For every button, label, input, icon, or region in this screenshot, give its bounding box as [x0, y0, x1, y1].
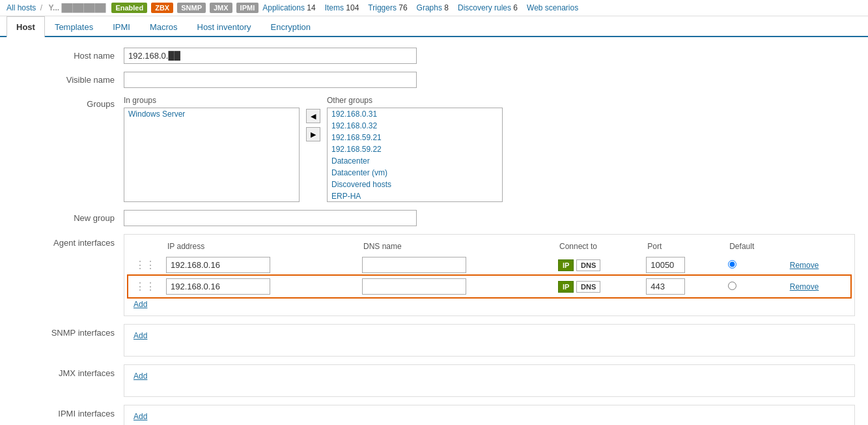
graphs-count: 8 — [444, 3, 449, 12]
badge-zbx[interactable]: ZBX — [151, 3, 173, 13]
jmx-interfaces-wrapper: JMX interfaces Add — [13, 364, 855, 397]
move-right-button[interactable]: ▶ — [306, 127, 320, 141]
new-group-label: New group — [13, 210, 124, 223]
other-group-item[interactable]: 192.168.59.22 — [328, 143, 502, 155]
connect-col-header: Connect to — [554, 239, 642, 254]
ip-input-1[interactable] — [166, 257, 270, 273]
new-group-input[interactable] — [124, 210, 417, 226]
drag-handle-icon[interactable]: ⋮⋮ — [132, 259, 158, 271]
ip-input-2[interactable] — [166, 278, 270, 295]
in-groups-box: In groups Windows Server — [124, 96, 300, 202]
groups-container: In groups Windows Server ◀ ▶ Other group… — [124, 96, 855, 202]
badge-snmp[interactable]: SNMP — [177, 3, 206, 13]
main-content: Host name Visible name Groups In groups … — [0, 37, 868, 425]
visible-name-input[interactable] — [124, 72, 417, 88]
port-input-2[interactable] — [646, 278, 685, 295]
badge-jmx[interactable]: JMX — [210, 3, 232, 13]
visible-name-control — [124, 72, 855, 88]
connect-ip-button-1[interactable]: IP — [558, 259, 574, 271]
ipmi-interfaces-wrapper: IPMI interfaces Add — [13, 405, 855, 425]
remove-cell-1: Remove — [786, 254, 850, 276]
host-name-row: Host name — [13, 48, 855, 64]
action-col-header — [786, 239, 850, 254]
agent-interfaces-content: IP address DNS name Connect to Port Defa… — [124, 234, 855, 316]
drag-handle-cell-2: ⋮⋮ — [128, 276, 162, 297]
tab-encryption[interactable]: Encryption — [261, 16, 320, 37]
other-group-item[interactable]: 192.168.59.21 — [328, 132, 502, 143]
nav-items[interactable]: Items 104 — [325, 3, 359, 12]
connect-cell-2: IP DNS — [554, 276, 642, 297]
all-hosts-link[interactable]: All hosts — [7, 3, 36, 12]
other-group-item[interactable]: Datacenter — [328, 155, 502, 167]
connect-ip-button-2[interactable]: IP — [558, 281, 574, 293]
jmx-interfaces-label: JMX interfaces — [13, 364, 124, 378]
default-radio-1[interactable] — [728, 260, 736, 269]
snmp-add-link[interactable]: Add — [128, 329, 152, 343]
remove-button-2[interactable]: Remove — [790, 282, 819, 291]
default-cell-1 — [724, 254, 786, 276]
ipmi-add-link[interactable]: Add — [128, 409, 152, 424]
nav-applications[interactable]: Applications 14 — [262, 3, 315, 12]
badge-ipmi[interactable]: IPMI — [236, 3, 259, 13]
nav-links: Applications 14 Items 104 Triggers 76 Gr… — [262, 3, 578, 12]
host-name-input[interactable] — [124, 48, 417, 64]
other-group-item[interactable]: Datacenter (vm) — [328, 167, 502, 179]
jmx-add-link[interactable]: Add — [128, 369, 152, 383]
applications-count: 14 — [307, 3, 315, 12]
port-cell-1 — [642, 254, 724, 276]
ip-cell-2 — [162, 276, 358, 297]
other-group-item[interactable]: 192.168.0.32 — [328, 120, 502, 132]
status-enabled-badge: Enabled — [111, 3, 147, 13]
breadcrumb-sep: / — [40, 3, 45, 12]
nav-triggers[interactable]: Triggers 76 — [368, 3, 407, 12]
snmp-interfaces-label: SNMP interfaces — [13, 324, 124, 338]
default-col-header: Default — [724, 239, 786, 254]
agent-add-link[interactable]: Add — [128, 297, 152, 312]
dns-col-header: DNS name — [358, 239, 554, 254]
other-groups-label: Other groups — [327, 96, 503, 105]
drag-handle-icon-2[interactable]: ⋮⋮ — [132, 281, 158, 292]
in-group-item[interactable]: Windows Server — [124, 108, 299, 120]
tab-host[interactable]: Host — [7, 16, 45, 37]
dns-input-2[interactable] — [362, 278, 466, 295]
connect-dns-button-1[interactable]: DNS — [576, 259, 600, 271]
triggers-count: 76 — [399, 3, 407, 12]
groups-label: Groups — [13, 96, 124, 109]
groups-row: Groups In groups Windows Server ◀ ▶ Othe… — [13, 96, 855, 202]
visible-name-row: Visible name — [13, 72, 855, 88]
visible-name-label: Visible name — [13, 72, 124, 85]
drag-col-header — [128, 239, 162, 254]
in-groups-listbox[interactable]: Windows Server — [124, 108, 300, 202]
breadcrumb: All hosts / Y... ████████ — [7, 3, 107, 12]
tab-ipmi[interactable]: IPMI — [103, 16, 140, 37]
move-left-button[interactable]: ◀ — [306, 109, 320, 123]
other-group-item[interactable]: Discovered hosts — [328, 179, 502, 190]
dns-input-1[interactable] — [362, 257, 466, 273]
groups-control: In groups Windows Server ◀ ▶ Other group… — [124, 96, 855, 202]
snmp-interfaces-wrapper: SNMP interfaces Add — [13, 324, 855, 357]
nav-web-scenarios[interactable]: Web scenarios — [527, 3, 578, 12]
agent-interface-row: ⋮⋮ IP DNS — [128, 254, 850, 276]
default-cell-2 — [724, 276, 786, 297]
nav-discovery-rules[interactable]: Discovery rules 6 — [458, 3, 518, 12]
agent-interfaces-wrapper: Agent interfaces IP address DNS name Con… — [13, 234, 855, 316]
other-group-item[interactable]: 192.168.0.31 — [328, 108, 502, 120]
port-cell-2 — [642, 276, 724, 297]
remove-button-1[interactable]: Remove — [790, 261, 819, 270]
tab-templates[interactable]: Templates — [45, 16, 103, 37]
other-group-item[interactable]: ERP-HA — [328, 190, 502, 202]
connect-dns-button-2[interactable]: DNS — [576, 281, 600, 293]
other-groups-listbox[interactable]: 192.168.0.31 192.168.0.32 192.168.59.21 … — [327, 108, 503, 202]
nav-graphs[interactable]: Graphs 8 — [417, 3, 449, 12]
jmx-interfaces-content: Add — [124, 364, 855, 397]
port-input-1[interactable] — [646, 257, 685, 273]
new-group-control — [124, 210, 855, 226]
tab-host-inventory[interactable]: Host inventory — [188, 16, 261, 37]
default-radio-2[interactable] — [728, 282, 736, 290]
jmx-interfaces-box: Add — [124, 364, 855, 397]
drag-handle-cell: ⋮⋮ — [128, 254, 162, 276]
tab-macros[interactable]: Macros — [140, 16, 188, 37]
items-count: 104 — [346, 3, 359, 12]
connect-cell-1: IP DNS — [554, 254, 642, 276]
agent-interfaces-box: IP address DNS name Connect to Port Defa… — [124, 234, 855, 316]
